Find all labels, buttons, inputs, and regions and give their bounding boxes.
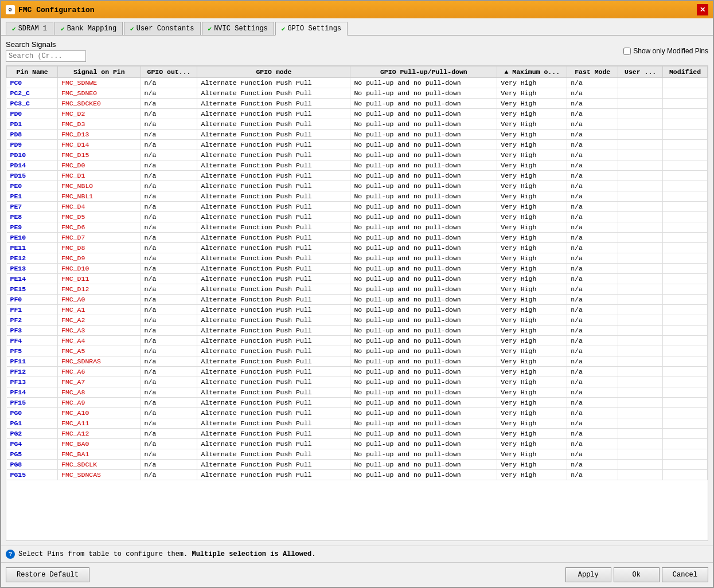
cell-modified-15 xyxy=(663,233,708,243)
table-row[interactable]: PC2_C FMC_SDNE0 n/a Alternate Function P… xyxy=(7,88,708,99)
col-header-fast[interactable]: Fast Mode xyxy=(567,66,618,78)
table-row[interactable]: PD0 FMC_D2 n/a Alternate Function Push P… xyxy=(7,109,708,119)
table-row[interactable]: PD10 FMC_D15 n/a Alternate Function Push… xyxy=(7,150,708,160)
cell-signal-29: FMC_A7 xyxy=(57,377,141,387)
cell-pull-30: No pull-up and no pull-down xyxy=(350,387,497,398)
table-row[interactable]: PD9 FMC_D14 n/a Alternate Function Push … xyxy=(7,140,708,150)
table-row[interactable]: PD15 FMC_D1 n/a Alternate Function Push … xyxy=(7,171,708,181)
cell-fast-37: n/a xyxy=(567,460,618,470)
cell-user-28 xyxy=(618,367,663,377)
search-input[interactable] xyxy=(6,50,86,62)
table-body: PC0 FMC_SDNWE n/a Alternate Function Pus… xyxy=(7,78,708,480)
table-row[interactable]: PF1 FMC_A1 n/a Alternate Function Push P… xyxy=(7,305,708,315)
table-row[interactable]: PG15 FMC_SDNCAS n/a Alternate Function P… xyxy=(7,470,708,480)
table-row[interactable]: PF0 FMC_A0 n/a Alternate Function Push P… xyxy=(7,295,708,305)
cell-max-13: Very High xyxy=(497,212,567,222)
table-row[interactable]: PD1 FMC_D3 n/a Alternate Function Push P… xyxy=(7,119,708,130)
col-header-signal[interactable]: Signal on Pin xyxy=(57,66,141,78)
apply-button[interactable]: Apply xyxy=(565,567,611,582)
col-header-user[interactable]: User ... xyxy=(618,66,663,78)
cell-pin-4: PD1 xyxy=(7,119,58,130)
cell-modified-14 xyxy=(663,222,708,233)
table-row[interactable]: PG1 FMC_A11 n/a Alternate Function Push … xyxy=(7,418,708,429)
show-modified-checkbox[interactable] xyxy=(623,48,631,55)
table-row[interactable]: PE0 FMC_NBL0 n/a Alternate Function Push… xyxy=(7,181,708,191)
cell-pin-13: PE8 xyxy=(7,212,58,222)
cell-fast-28: n/a xyxy=(567,367,618,377)
table-row[interactable]: PE10 FMC_D7 n/a Alternate Function Push … xyxy=(7,233,708,243)
tab-nvic-settings[interactable]: ✔ NVIC Settings xyxy=(202,22,274,35)
col-header-gpio-out[interactable]: GPIO out... xyxy=(141,66,197,78)
table-row[interactable]: PE11 FMC_D8 n/a Alternate Function Push … xyxy=(7,243,708,253)
table-row[interactable]: PE1 FMC_NBL1 n/a Alternate Function Push… xyxy=(7,191,708,202)
table-row[interactable]: PF5 FMC_A5 n/a Alternate Function Push P… xyxy=(7,346,708,356)
table-row[interactable]: PG8 FMC_SDCLK n/a Alternate Function Pus… xyxy=(7,460,708,470)
table-row[interactable]: PE8 FMC_D5 n/a Alternate Function Push P… xyxy=(7,212,708,222)
cell-signal-24: FMC_A3 xyxy=(57,326,141,336)
cell-user-3 xyxy=(618,109,663,119)
cell-pull-19: No pull-up and no pull-down xyxy=(350,274,497,284)
table-row[interactable]: PE7 FMC_D4 n/a Alternate Function Push P… xyxy=(7,202,708,212)
table-row[interactable]: PF3 FMC_A3 n/a Alternate Function Push P… xyxy=(7,326,708,336)
status-message: Select Pins from table to configure them… xyxy=(18,550,316,558)
cell-modified-2 xyxy=(663,99,708,109)
table-row[interactable]: PF11 FMC_SDNRAS n/a Alternate Function P… xyxy=(7,356,708,367)
tab-sdram1[interactable]: ✔ SDRAM 1 xyxy=(6,22,53,35)
title-bar: ⚙ FMC Configuration ✕ xyxy=(1,1,713,18)
col-header-pull[interactable]: GPIO Pull-up/Pull-down xyxy=(350,66,497,78)
cell-pull-25: No pull-up and no pull-down xyxy=(350,336,497,346)
cell-gpio-mode-17: Alternate Function Push Pull xyxy=(197,253,350,264)
cell-pin-22: PF1 xyxy=(7,305,58,315)
cell-modified-19 xyxy=(663,274,708,284)
table-row[interactable]: PG5 FMC_BA1 n/a Alternate Function Push … xyxy=(7,449,708,460)
ok-button[interactable]: Ok xyxy=(614,567,660,582)
table-row[interactable]: PF12 FMC_A6 n/a Alternate Function Push … xyxy=(7,367,708,377)
cell-user-8 xyxy=(618,160,663,171)
table-row[interactable]: PG0 FMC_A10 n/a Alternate Function Push … xyxy=(7,408,708,418)
cell-gpio-mode-11: Alternate Function Push Pull xyxy=(197,191,350,202)
table-row[interactable]: PC3_C FMC_SDCKE0 n/a Alternate Function … xyxy=(7,99,708,109)
search-section: Search Signals Show only Modified Pins xyxy=(6,40,708,62)
table-row[interactable]: PD14 FMC_D0 n/a Alternate Function Push … xyxy=(7,160,708,171)
cell-max-16: Very High xyxy=(497,243,567,253)
table-row[interactable]: PG2 FMC_A12 n/a Alternate Function Push … xyxy=(7,429,708,439)
cell-pull-21: No pull-up and no pull-down xyxy=(350,295,497,305)
table-row[interactable]: PF2 FMC_A2 n/a Alternate Function Push P… xyxy=(7,315,708,326)
tab-bank-mapping[interactable]: ✔ Bank Mapping xyxy=(54,22,123,35)
table-row[interactable]: PE14 FMC_D11 n/a Alternate Function Push… xyxy=(7,274,708,284)
cell-pin-11: PE1 xyxy=(7,191,58,202)
tab-gpio-settings[interactable]: ✔ GPIO Settings xyxy=(275,22,348,36)
close-button[interactable]: ✕ xyxy=(697,4,708,15)
table-row[interactable]: PE12 FMC_D9 n/a Alternate Function Push … xyxy=(7,253,708,264)
cell-modified-20 xyxy=(663,284,708,295)
table-row[interactable]: PF15 FMC_A9 n/a Alternate Function Push … xyxy=(7,398,708,408)
table-row[interactable]: PE13 FMC_D10 n/a Alternate Function Push… xyxy=(7,264,708,274)
table-row[interactable]: PF14 FMC_A8 n/a Alternate Function Push … xyxy=(7,387,708,398)
cell-pull-22: No pull-up and no pull-down xyxy=(350,305,497,315)
table-row[interactable]: PG4 FMC_BA0 n/a Alternate Function Push … xyxy=(7,439,708,449)
cell-signal-3: FMC_D2 xyxy=(57,109,141,119)
cell-modified-23 xyxy=(663,315,708,326)
tab-user-constants[interactable]: ✔ User Constants xyxy=(124,22,200,35)
table-row[interactable]: PD8 FMC_D13 n/a Alternate Function Push … xyxy=(7,130,708,140)
table-row[interactable]: PC0 FMC_SDNWE n/a Alternate Function Pus… xyxy=(7,78,708,88)
cell-gpio-mode-27: Alternate Function Push Pull xyxy=(197,356,350,367)
table-row[interactable]: PE9 FMC_D6 n/a Alternate Function Push P… xyxy=(7,222,708,233)
table-row[interactable]: PE15 FMC_D12 n/a Alternate Function Push… xyxy=(7,284,708,295)
col-header-gpio-mode[interactable]: GPIO mode xyxy=(197,66,350,78)
col-header-modified[interactable]: Modified xyxy=(663,66,708,78)
col-header-pin-name[interactable]: Pin Name xyxy=(7,66,58,78)
restore-default-button[interactable]: Restore Default xyxy=(6,567,89,582)
cell-signal-23: FMC_A2 xyxy=(57,315,141,326)
cancel-button[interactable]: Cancel xyxy=(662,567,708,582)
col-header-max[interactable]: ▲ Maximum o... xyxy=(497,66,567,78)
cell-gpio-out-32: n/a xyxy=(141,408,197,418)
table-row[interactable]: PF13 FMC_A7 n/a Alternate Function Push … xyxy=(7,377,708,387)
cell-signal-35: FMC_BA0 xyxy=(57,439,141,449)
cell-pin-26: PF5 xyxy=(7,346,58,356)
cell-gpio-mode-28: Alternate Function Push Pull xyxy=(197,367,350,377)
cell-user-6 xyxy=(618,140,663,150)
cell-fast-8: n/a xyxy=(567,160,618,171)
cell-gpio-out-4: n/a xyxy=(141,119,197,130)
table-row[interactable]: PF4 FMC_A4 n/a Alternate Function Push P… xyxy=(7,336,708,346)
